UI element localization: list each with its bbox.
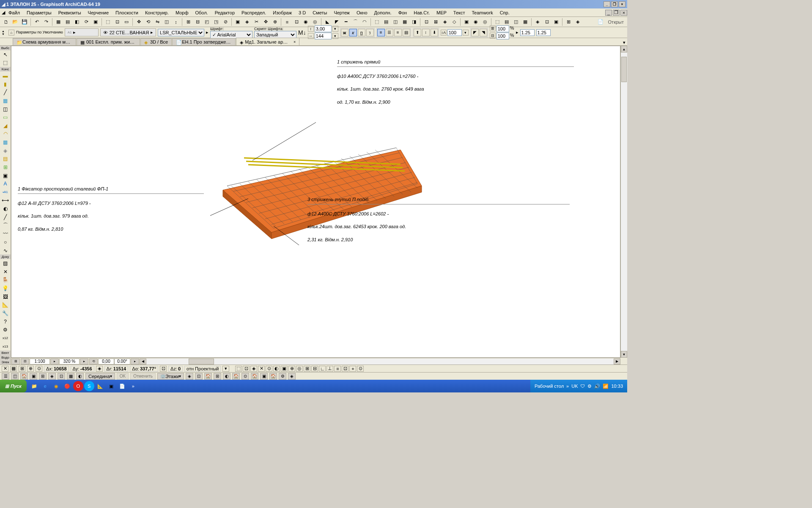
menu-background[interactable]: Фон — [395, 9, 411, 16]
tool-button[interactable]: ▦ — [521, 18, 529, 26]
dim-tool[interactable]: ⟷ — [1, 197, 10, 204]
tool-button[interactable]: ⊞ — [184, 18, 192, 26]
quicklaunch-app[interactable]: 📐 — [95, 381, 105, 391]
menu-estimates[interactable]: Сметы — [309, 9, 330, 16]
bot-btn[interactable]: 🏠 — [251, 373, 258, 380]
start-button[interactable]: ⊞ Пуск — [0, 380, 27, 392]
menu-attrs[interactable]: Реквизиты — [55, 9, 85, 16]
tray-icon[interactable]: 📶 — [603, 384, 609, 389]
chevron-down-icon[interactable]: ▾ — [332, 33, 338, 39]
viewport[interactable]: 1 стрижень прямий ф10 А400С ДСТУ 3760:20… — [11, 46, 620, 358]
menu-planes[interactable]: Плоскости — [112, 9, 142, 16]
polyline-tool[interactable]: 〰 — [1, 230, 10, 238]
ok-button[interactable]: OK — [117, 373, 129, 380]
snap-btn[interactable]: ⊞ — [304, 366, 310, 372]
floors-button[interactable]: 🏢 Этажи ▾ — [157, 373, 184, 380]
val1-input[interactable] — [520, 29, 535, 36]
hscroll-btn[interactable]: ▸ — [80, 359, 88, 364]
tab-close-icon[interactable]: × — [294, 40, 296, 44]
redo-button[interactable]: ↷ — [42, 18, 50, 26]
menu-editor[interactable]: Редактор — [211, 9, 238, 16]
maximize-button[interactable]: ❐ — [611, 1, 618, 7]
snap-btn[interactable]: ◐ — [273, 366, 280, 372]
tool-button[interactable]: ◉ — [472, 18, 480, 26]
scroll-thumb[interactable] — [189, 359, 214, 364]
tool-button[interactable]: ✂ — [252, 18, 261, 26]
quicklaunch-app[interactable]: 📁 — [29, 381, 39, 391]
snap-btn[interactable]: ⊕ — [288, 366, 295, 372]
move-button[interactable]: ✥ — [134, 18, 143, 26]
tool-misc3[interactable]: ⚙ — [1, 326, 10, 334]
bot-btn[interactable]: 🏠 — [204, 373, 212, 380]
underline-button[interactable]: п — [358, 29, 365, 36]
menu-params[interactable]: Параметры — [23, 9, 55, 16]
tool-button[interactable]: ⊡ — [543, 18, 551, 26]
tool-button[interactable]: ━ — [342, 18, 350, 26]
val2-input[interactable] — [536, 29, 551, 36]
open-file-button[interactable]: 📄 — [596, 18, 605, 26]
text-tool[interactable]: A — [1, 180, 10, 188]
nav-arrows[interactable]: ▲▼ — [2, 30, 7, 36]
scroll-thumb[interactable] — [621, 57, 627, 82]
tool-button[interactable]: ⌒ — [351, 18, 359, 26]
tool-misc5[interactable]: x13 — [1, 343, 10, 351]
align-right-button[interactable]: ≡ — [394, 29, 402, 36]
lamp-tool[interactable]: 💡 — [1, 284, 10, 292]
bot-btn[interactable]: ⊡ — [58, 373, 65, 380]
doc-minimize-button[interactable]: _ — [605, 10, 612, 16]
beam-tool[interactable]: ╱ — [1, 89, 10, 97]
valign-bottom-button[interactable]: ⬇ — [431, 29, 438, 36]
coord-btn[interactable]: ⊙ — [36, 366, 42, 372]
language-indicator[interactable]: UK — [571, 384, 578, 389]
menu-drawing2[interactable]: Чертеж — [330, 9, 353, 16]
col-b-input[interactable] — [497, 33, 509, 39]
bot-btn[interactable]: ◐ — [76, 373, 84, 380]
line-tool[interactable]: ╱ — [1, 213, 10, 221]
tool-misc2[interactable]: ? — [1, 318, 10, 326]
tray-icon[interactable]: 🛡 — [580, 384, 585, 389]
tool-button[interactable]: ▤ — [502, 18, 511, 26]
tool-button[interactable]: ◉ — [302, 18, 310, 26]
tool-button[interactable]: ⊕ — [271, 18, 279, 26]
font-select[interactable]: ✓ ArialArial — [210, 31, 252, 39]
coord-btn[interactable]: ✕ — [2, 366, 8, 372]
hscroll-btn[interactable]: ⟲ — [89, 359, 98, 364]
tool-button[interactable]: ✥ — [261, 18, 270, 26]
snap-btn[interactable]: ⬚ — [235, 366, 242, 372]
bot-btn[interactable]: ◫ — [11, 373, 19, 380]
tool-button[interactable]: ⊘ — [221, 18, 230, 26]
tool-misc4[interactable]: x12 — [1, 334, 10, 342]
tool-misc[interactable]: 🔧 — [1, 309, 10, 317]
tool-button[interactable]: ◤ — [332, 18, 341, 26]
slab-tool[interactable]: ▭ — [1, 113, 10, 121]
snap-btn[interactable]: ⊙ — [266, 366, 272, 372]
menu-3d[interactable]: 3 D — [295, 9, 309, 16]
coord-btn[interactable]: ⊕ — [27, 366, 34, 372]
tab-md1[interactable]: ◈Мд1. Загальне армування.× — [236, 38, 299, 45]
menu-mep[interactable]: MEP — [433, 9, 450, 16]
tool-button[interactable]: ◎ — [481, 18, 489, 26]
bot-btn[interactable]: ☰ — [2, 373, 9, 380]
tool-button[interactable]: ▣ — [91, 18, 100, 26]
hscroll-btn[interactable]: ▸ — [131, 359, 139, 364]
tool-button[interactable]: ◨ — [410, 18, 418, 26]
hscroll-btn[interactable]: ⊞ — [11, 359, 20, 364]
label-tool[interactable]: •A1 — [1, 188, 10, 196]
tool-button[interactable]: ⬚ — [373, 18, 381, 26]
tool-button[interactable]: ◈ — [243, 18, 251, 26]
bot-btn[interactable]: ▣ — [30, 373, 37, 380]
col-a-input[interactable] — [497, 25, 509, 32]
menu-addon[interactable]: Дополн. — [371, 9, 395, 16]
snap-btn[interactable]: ⊡ — [342, 366, 348, 372]
bot-btn[interactable]: 🏠 — [269, 373, 277, 380]
tool-button[interactable]: ◎ — [311, 18, 319, 26]
zone-tool[interactable]: ▣ — [1, 172, 10, 179]
quicklaunch-app[interactable]: ▣ — [106, 381, 116, 391]
doc-restore-button[interactable]: ❐ — [613, 10, 620, 16]
bot-btn[interactable]: ▦ — [67, 373, 74, 380]
tool-button[interactable]: ◰ — [203, 18, 211, 26]
new-button[interactable]: 🗋 — [2, 18, 10, 26]
anchor-2-button[interactable]: ◥ — [480, 29, 487, 36]
bot-btn[interactable]: ⊞ — [214, 373, 221, 380]
door-tool[interactable]: ◫ — [1, 105, 10, 113]
